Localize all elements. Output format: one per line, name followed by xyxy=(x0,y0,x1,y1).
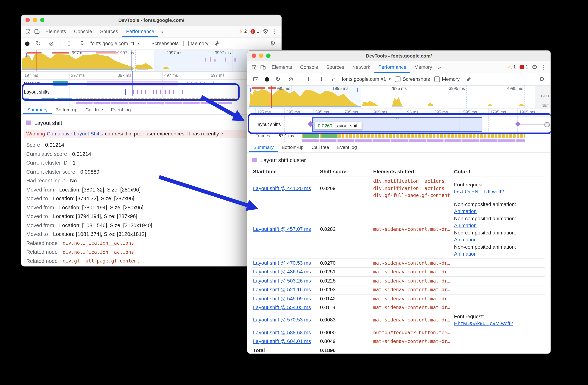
tab-call-tree[interactable]: Call tree xyxy=(81,105,107,114)
cls-doc-link[interactable]: Cumulative Layout Shifts xyxy=(47,131,103,136)
tab-call-tree[interactable]: Call tree xyxy=(308,142,333,152)
layout-shift-marker[interactable] xyxy=(173,89,174,94)
related-node-link[interactable]: div.notification__actions xyxy=(63,249,134,255)
clear-icon[interactable]: ⊘ xyxy=(287,76,295,82)
minimize-button[interactable] xyxy=(33,18,37,22)
shifted-element[interactable]: mat-sidenav-content.mat-dr… xyxy=(373,268,452,276)
layout-shifts-track[interactable]: Layout shifts xyxy=(21,87,281,97)
tab-elements[interactable]: Elements xyxy=(268,61,296,73)
tab-console[interactable]: Console xyxy=(296,61,322,73)
layout-shift-link[interactable]: Layout shift @ 588.68 ms xyxy=(253,329,311,335)
tab-summary[interactable]: Summary xyxy=(249,142,278,152)
frames-track[interactable] xyxy=(21,97,281,106)
shifted-element[interactable]: mat-sidenav-content.mat-dr… xyxy=(373,277,452,284)
layout-shift-link[interactable]: Layout shift @ 554.05 ms xyxy=(253,304,311,310)
layout-shift-marker[interactable] xyxy=(156,89,157,94)
trim-handle-icon[interactable] xyxy=(250,88,252,92)
layout-shift-marker[interactable] xyxy=(145,89,146,94)
more-tabs-icon[interactable]: » xyxy=(158,29,165,34)
culprit-link[interactable]: HhzMU5Ak9u...p9M.woff2 xyxy=(454,320,513,326)
save-profile-icon[interactable]: ↧ xyxy=(78,41,86,46)
culprit-link[interactable]: Animation xyxy=(454,208,477,214)
close-button[interactable] xyxy=(252,54,256,58)
tab-bottom-up[interactable]: Bottom-up xyxy=(52,105,81,114)
frames-track[interactable]: Frames 67.1 ms xyxy=(247,133,550,139)
culprit-link[interactable]: Animation xyxy=(454,237,477,242)
inspect-icon[interactable] xyxy=(249,64,258,70)
network-track[interactable]: Network xyxy=(21,80,281,87)
record-button[interactable] xyxy=(265,77,269,81)
tab-network[interactable]: Network xyxy=(348,61,374,73)
layout-shift-link[interactable]: Layout shift @ 570.53 ms xyxy=(253,317,311,323)
screenshots-checkbox[interactable]: Screenshots xyxy=(395,76,430,82)
trim-handle-icon[interactable] xyxy=(357,88,359,92)
layout-shift-link[interactable]: Layout shift @ 486.54 ms xyxy=(253,269,311,275)
track-resize-icon[interactable]: ⋯ xyxy=(396,115,401,121)
load-profile-icon[interactable]: ↥ xyxy=(304,76,313,82)
tab-elements[interactable]: Elements xyxy=(42,25,70,37)
related-node-link[interactable]: div.gf-full-page.gf-content xyxy=(63,258,140,264)
culprit-link[interactable]: Animation xyxy=(454,222,477,228)
profile-select[interactable]: fonts.google.com #1 ▾ xyxy=(342,76,391,82)
profile-select[interactable]: fonts.google.com #1 ▾ xyxy=(90,41,139,46)
tab-performance[interactable]: Performance xyxy=(122,25,158,37)
toggle-sidebar-icon[interactable] xyxy=(251,76,260,82)
layout-shift-marker[interactable] xyxy=(153,89,154,94)
record-button[interactable] xyxy=(25,41,29,46)
load-profile-icon[interactable]: ↥ xyxy=(65,41,73,46)
reload-and-record-icon[interactable]: ↻ xyxy=(34,41,43,47)
issues-count[interactable]: 1 xyxy=(518,64,530,69)
layout-shift-marker[interactable] xyxy=(168,89,170,94)
reload-and-record-icon[interactable]: ↻ xyxy=(273,76,282,82)
screenshots-checkbox[interactable]: Screenshots xyxy=(144,41,179,46)
scroll-knob[interactable] xyxy=(544,122,550,128)
tab-event-log[interactable]: Event log xyxy=(107,105,135,114)
layout-shift-link[interactable]: Layout shift @ 470.53 ms xyxy=(253,260,311,266)
tab-sources[interactable]: Sources xyxy=(322,61,348,73)
save-profile-icon[interactable]: ↧ xyxy=(317,76,326,82)
tab-event-log[interactable]: Event log xyxy=(333,142,361,152)
close-button[interactable] xyxy=(25,18,30,22)
layout-shift-marker[interactable] xyxy=(182,89,183,94)
inspect-icon[interactable] xyxy=(23,29,32,34)
layout-shift-link[interactable]: Layout shift @ 503.26 ms xyxy=(253,278,311,283)
tab-memory[interactable]: Memory xyxy=(410,61,436,73)
shifted-element[interactable]: mat-sidenav-content.mat-dr… xyxy=(373,226,452,233)
network-request-chip[interactable] xyxy=(53,81,68,86)
tab-console[interactable]: Console xyxy=(70,25,96,37)
culprit-link[interactable]: Animation xyxy=(454,251,477,257)
settings-gear-icon[interactable]: ⚙ xyxy=(261,28,270,34)
layout-shift-marker[interactable] xyxy=(137,89,138,94)
tab-bottom-up[interactable]: Bottom-up xyxy=(278,142,308,152)
layout-shift-marker[interactable] xyxy=(141,89,142,94)
layout-shift-link[interactable]: Layout shift @ 521.16 ms xyxy=(253,286,311,292)
errors-count[interactable]: ! 1 xyxy=(249,29,261,34)
zoom-button[interactable] xyxy=(266,54,271,58)
layout-shifts-track[interactable]: Layout shifts ⋯ 0.0269 Layout shift xyxy=(247,116,550,133)
more-options-icon[interactable]: ⋮ xyxy=(270,29,279,34)
tab-sources[interactable]: Sources xyxy=(96,25,122,37)
culprit-link[interactable]: t5sJIQcYNI...IUI.woff2 xyxy=(454,189,504,194)
layout-shift-marker[interactable] xyxy=(160,89,161,94)
shifted-element[interactable]: div.notification__actions xyxy=(373,185,452,192)
memory-checkbox[interactable]: Memory xyxy=(183,41,209,46)
shifted-element[interactable]: mat-sidenav-content.mat-dr… xyxy=(373,317,452,324)
collect-garbage-icon[interactable] xyxy=(213,41,222,46)
timeline-overview[interactable]: 995 ms 1995 ms 2995 ms 3995 ms 4995 ms C… xyxy=(247,86,550,108)
tab-performance[interactable]: Performance xyxy=(374,61,411,73)
memory-checkbox[interactable]: Memory xyxy=(434,76,460,82)
layout-shift-diamond-marker[interactable] xyxy=(515,121,521,127)
layout-shift-marker[interactable] xyxy=(165,89,166,94)
minimize-button[interactable] xyxy=(259,54,263,58)
warnings-count[interactable]: ⚠ 2 xyxy=(237,29,249,34)
layout-shift-link[interactable]: Layout shift @ 457.07 ms xyxy=(253,226,311,232)
more-options-icon[interactable]: ⋮ xyxy=(539,64,548,70)
layout-shift-link[interactable]: Layout shift @ 545.09 ms xyxy=(253,296,311,301)
collect-garbage-icon[interactable] xyxy=(464,76,473,82)
layout-shift-link[interactable]: Layout shift @ 441.20 ms xyxy=(253,185,311,191)
device-toolbar-icon[interactable] xyxy=(258,64,268,70)
trim-handle-icon[interactable] xyxy=(26,53,28,57)
clear-icon[interactable]: ⊘ xyxy=(47,41,56,46)
shifted-element[interactable]: mat-sidenav-content.mat-dr… xyxy=(373,304,452,311)
capture-settings-gear-icon[interactable]: ⚙ xyxy=(268,41,278,47)
